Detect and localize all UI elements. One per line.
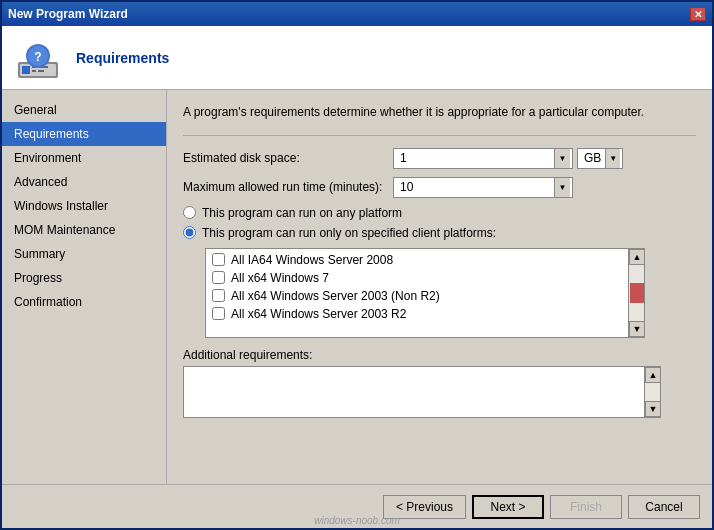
content-panel: A program's requirements determine wheth… [167, 90, 712, 484]
sidebar-item-windows-installer[interactable]: Windows Installer [2, 194, 166, 218]
platform-label-0: All IA64 Windows Server 2008 [231, 253, 393, 267]
svg-text:?: ? [34, 50, 41, 64]
scrollbar-up-btn[interactable]: ▲ [629, 249, 645, 265]
disk-space-row: Estimated disk space: 1 ▼ GB ▼ [183, 148, 696, 169]
sidebar: General Requirements Environment Advance… [2, 90, 167, 484]
sidebar-item-environment[interactable]: Environment [2, 146, 166, 170]
header-title: Requirements [76, 50, 169, 66]
finish-button[interactable]: Finish [550, 495, 622, 519]
wizard-header: ? Requirements [2, 26, 712, 90]
disk-control-group: 1 ▼ GB ▼ [393, 148, 623, 169]
description-text: A program's requirements determine wheth… [183, 104, 696, 121]
platform-checkbox-2[interactable] [212, 289, 225, 302]
platform-label-1: All x64 Windows 7 [231, 271, 329, 285]
unit-dropdown-arrow[interactable]: ▼ [605, 149, 620, 168]
platform-item-3: All x64 Windows Server 2003 R2 [206, 305, 628, 323]
separator [183, 135, 696, 136]
close-button[interactable]: ✕ [690, 7, 706, 21]
radio-any-row: This program can run on any platform [183, 206, 696, 220]
scrollbar-down-btn[interactable]: ▼ [629, 321, 645, 337]
disk-dropdown[interactable]: 1 ▼ [393, 148, 573, 169]
platform-radio-group: This program can run on any platform Thi… [183, 206, 696, 240]
runtime-label: Maximum allowed run time (minutes): [183, 180, 393, 194]
platform-item-0: All IA64 Windows Server 2008 [206, 251, 628, 269]
additional-label: Additional requirements: [183, 348, 696, 362]
sidebar-item-confirmation[interactable]: Confirmation [2, 290, 166, 314]
header-icon: ? [14, 34, 62, 82]
sidebar-item-mom-maintenance[interactable]: MOM Maintenance [2, 218, 166, 242]
disk-value: 1 [396, 151, 554, 165]
sidebar-item-summary[interactable]: Summary [2, 242, 166, 266]
platform-checkbox-3[interactable] [212, 307, 225, 320]
sidebar-item-general[interactable]: General [2, 98, 166, 122]
runtime-dropdown[interactable]: 10 ▼ [393, 177, 573, 198]
platform-label-3: All x64 Windows Server 2003 R2 [231, 307, 406, 321]
disk-label: Estimated disk space: [183, 151, 393, 165]
platform-list-container: All IA64 Windows Server 2008 All x64 Win… [205, 248, 645, 338]
platform-label-2: All x64 Windows Server 2003 (Non R2) [231, 289, 440, 303]
radio-any-label: This program can run on any platform [202, 206, 402, 220]
platform-list: All IA64 Windows Server 2008 All x64 Win… [206, 249, 628, 337]
svg-rect-4 [32, 70, 36, 72]
wizard-body: General Requirements Environment Advance… [2, 90, 712, 484]
title-bar: New Program Wizard ✕ [2, 2, 712, 26]
next-button[interactable]: Next > [472, 495, 544, 519]
sidebar-item-progress[interactable]: Progress [2, 266, 166, 290]
sidebar-item-requirements[interactable]: Requirements [2, 122, 166, 146]
cancel-button[interactable]: Cancel [628, 495, 700, 519]
runtime-dropdown-arrow[interactable]: ▼ [554, 178, 570, 197]
svg-rect-2 [22, 66, 30, 74]
runtime-value: 10 [396, 180, 554, 194]
platform-checkbox-0[interactable] [212, 253, 225, 266]
platform-item-1: All x64 Windows 7 [206, 269, 628, 287]
watermark: windows-noob.com [314, 515, 400, 526]
additional-scroll-up[interactable]: ▲ [645, 367, 661, 383]
unit-dropdown[interactable]: GB ▼ [577, 148, 623, 169]
additional-textarea[interactable] [184, 367, 644, 417]
radio-specified-label: This program can run only on specified c… [202, 226, 496, 240]
platform-item-2: All x64 Windows Server 2003 (Non R2) [206, 287, 628, 305]
disk-dropdown-arrow[interactable]: ▼ [554, 149, 570, 168]
scrollbar-indicator [630, 283, 644, 303]
sidebar-item-advanced[interactable]: Advanced [2, 170, 166, 194]
additional-scroll-down[interactable]: ▼ [645, 401, 661, 417]
additional-textarea-container: ▲ ▼ [183, 366, 661, 418]
radio-any-platform[interactable] [183, 206, 196, 219]
main-window: New Program Wizard ✕ ? Requirements Gene… [0, 0, 714, 530]
additional-scrollbar: ▲ ▼ [644, 367, 660, 417]
svg-rect-6 [38, 70, 44, 72]
platform-checkbox-1[interactable] [212, 271, 225, 284]
radio-specified-platform[interactable] [183, 226, 196, 239]
radio-specified-row: This program can run only on specified c… [183, 226, 696, 240]
runtime-row: Maximum allowed run time (minutes): 10 ▼ [183, 177, 696, 198]
unit-value: GB [580, 151, 605, 165]
scrollbar-track [629, 265, 644, 321]
platform-scrollbar: ▲ ▼ [628, 249, 644, 337]
window-title: New Program Wizard [8, 7, 128, 21]
